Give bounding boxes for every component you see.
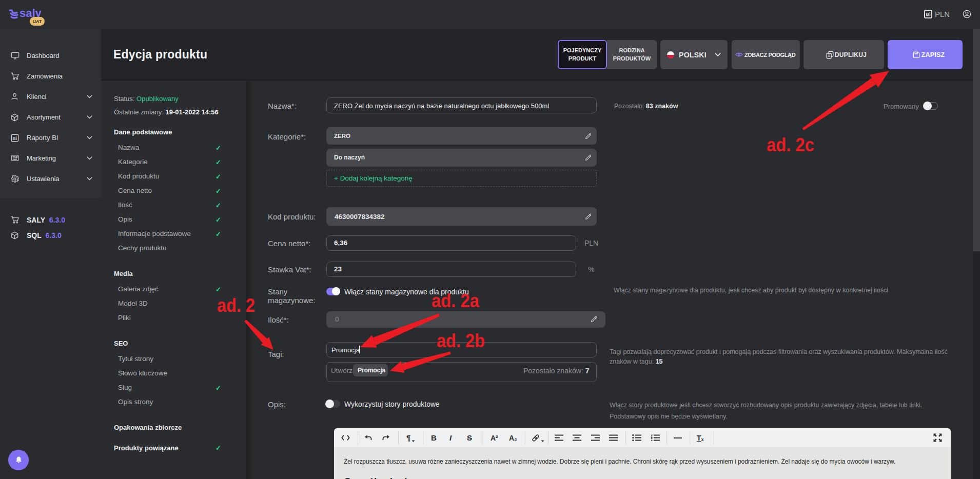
svg-text:ad. 2a: ad. 2a: [432, 290, 480, 311]
svg-text:ad. 2: ad. 2: [217, 295, 255, 316]
svg-text:ad. 2c: ad. 2c: [767, 134, 814, 155]
svg-text:ad. 2b: ad. 2b: [437, 330, 485, 351]
